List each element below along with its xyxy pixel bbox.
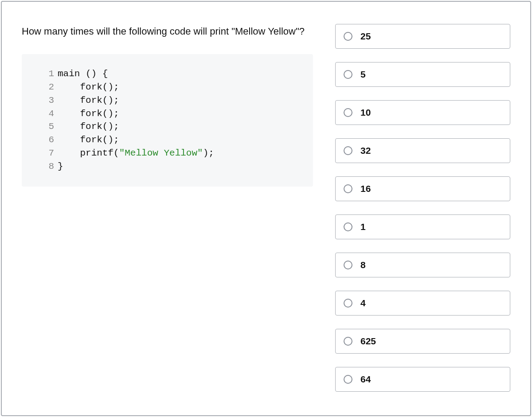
answer-option[interactable]: 4 [335, 291, 510, 316]
line-number: 5 [42, 120, 54, 133]
radio-icon [344, 222, 352, 231]
code-block: 1main () { 2 fork(); 3 fork(); 4 fork();… [22, 54, 313, 187]
quiz-container: How many times will the following code w… [1, 1, 531, 416]
radio-icon [344, 337, 352, 346]
answer-option[interactable]: 5 [335, 62, 510, 87]
radio-icon [344, 32, 352, 41]
radio-icon [344, 299, 352, 308]
option-label: 5 [360, 69, 366, 80]
radio-icon [344, 375, 352, 384]
question-column: How many times will the following code w… [22, 24, 313, 393]
code-line: 2 fork(); [42, 81, 293, 94]
code-text: fork(); [58, 81, 119, 94]
option-label: 16 [360, 183, 371, 194]
line-number: 1 [42, 67, 54, 81]
line-number: 6 [42, 133, 54, 147]
answer-option[interactable]: 10 [335, 100, 510, 125]
code-line: 5 fork(); [42, 120, 293, 133]
line-number: 4 [42, 107, 54, 121]
radio-icon [344, 108, 352, 117]
option-label: 625 [360, 336, 376, 347]
answer-option[interactable]: 1 [335, 214, 510, 239]
line-number: 2 [42, 81, 54, 94]
radio-icon [344, 184, 352, 193]
option-label: 8 [360, 260, 366, 270]
option-label: 32 [360, 145, 371, 156]
code-line: 6 fork(); [42, 133, 293, 147]
code-text: fork(); [58, 94, 119, 107]
code-line: 4 fork(); [42, 107, 293, 121]
line-number: 8 [42, 160, 54, 173]
code-text: fork(); [58, 120, 119, 133]
line-number: 3 [42, 94, 54, 107]
code-line: 1main () { [42, 67, 293, 81]
answer-option[interactable]: 8 [335, 253, 510, 277]
code-text: main () { [58, 67, 108, 81]
code-text: } [58, 160, 63, 173]
option-label: 4 [360, 298, 366, 308]
question-text: How many times will the following code w… [22, 24, 313, 39]
option-label: 1 [360, 222, 366, 232]
option-label: 25 [360, 31, 371, 42]
options-column: 25 5 10 32 16 1 8 4 [335, 24, 510, 393]
option-label: 10 [360, 107, 371, 118]
answer-option[interactable]: 16 [335, 176, 510, 201]
line-number: 7 [42, 147, 54, 160]
radio-icon [344, 261, 352, 269]
code-text: printf("Mellow Yellow"); [58, 147, 214, 160]
answer-option[interactable]: 64 [335, 367, 510, 392]
answer-option[interactable]: 32 [335, 138, 510, 163]
string-literal: "Mellow Yellow" [119, 148, 203, 158]
option-label: 64 [360, 374, 371, 385]
code-line: 3 fork(); [42, 94, 293, 107]
answer-option[interactable]: 625 [335, 329, 510, 354]
answer-option[interactable]: 25 [335, 24, 510, 49]
radio-icon [344, 146, 352, 155]
code-text: fork(); [58, 107, 119, 121]
code-text: fork(); [58, 133, 119, 147]
code-line: 7 printf("Mellow Yellow"); [42, 147, 293, 160]
radio-icon [344, 70, 352, 79]
code-line: 8} [42, 160, 293, 173]
